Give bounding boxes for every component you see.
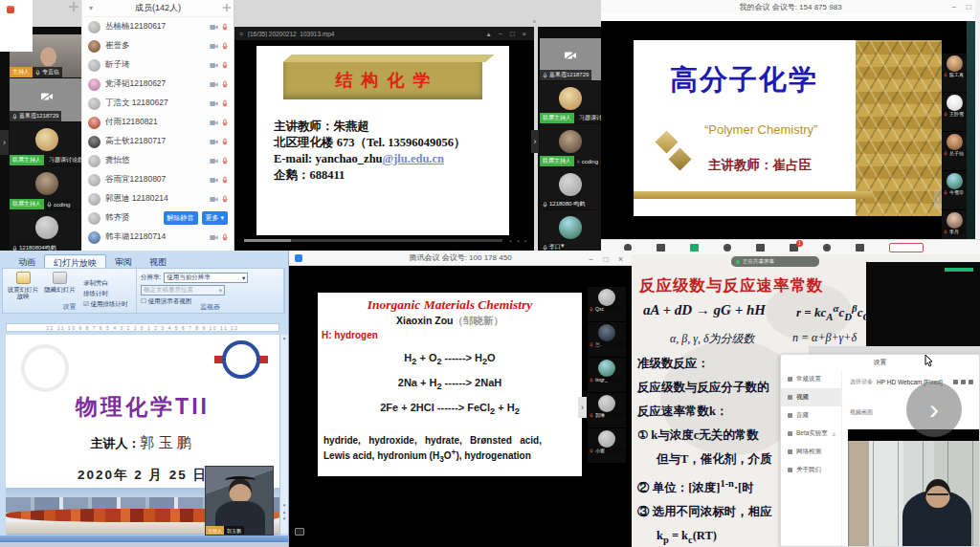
meeting-titlebar[interactable]: 腾讯会议 会议号: 100 178 450 xyxy=(289,251,632,266)
camera-off-icon[interactable] xyxy=(210,43,218,50)
screen-share-pill[interactable]: 正在共享屏幕 xyxy=(731,256,819,267)
mic-muted-icon[interactable] xyxy=(222,61,228,69)
expand-strip-arrow[interactable]: › xyxy=(578,397,587,418)
window-controls[interactable]: − □ × xyxy=(589,254,627,264)
expand-strip-arrow[interactable]: › xyxy=(934,189,942,208)
video-tile[interactable]: 嘉果霞1218729 xyxy=(10,78,84,121)
device-option-icons[interactable] xyxy=(953,380,973,384)
participant-tile[interactable]: 小窗 xyxy=(588,428,626,463)
participant-tile[interactable]: 今雪毕 xyxy=(942,171,967,209)
mic-muted-icon[interactable] xyxy=(222,176,228,184)
mic-muted-icon[interactable] xyxy=(222,42,228,50)
video-tile[interactable]: 12180804鸣鹤 xyxy=(10,210,84,253)
camera-off-icon[interactable] xyxy=(210,234,218,241)
participant-tile[interactable]: 郭琳 xyxy=(588,393,626,427)
camera-off-icon[interactable] xyxy=(210,24,218,31)
member-row[interactable]: 郭恩迪 12180214 解除静音 更多 ▾ xyxy=(82,189,234,208)
participant-tile[interactable]: tingr_ xyxy=(588,358,626,392)
member-row[interactable]: 崔誉多 解除静音 更多 ▾ xyxy=(82,36,234,55)
members-icon[interactable] xyxy=(756,244,765,252)
settings-sidebar-item[interactable]: 网络检测 xyxy=(781,443,841,461)
chat-icon[interactable]: 1 xyxy=(790,244,798,252)
share-indicator-icon[interactable] xyxy=(295,528,304,536)
rehearse-timings-item[interactable]: 排练计时 xyxy=(83,290,128,298)
video-tile[interactable]: 李口 xyxy=(540,210,601,252)
camera-off-icon[interactable] xyxy=(210,120,218,126)
mic-muted-icon[interactable] xyxy=(222,157,228,164)
camera-icon[interactable] xyxy=(657,244,665,252)
mic-muted-icon[interactable] xyxy=(222,233,228,241)
member-row[interactable]: 龚怡悠 解除静音 更多 ▾ xyxy=(82,151,234,170)
camera-off-icon[interactable] xyxy=(210,158,218,164)
video-tile[interactable]: 联席主持人 ccding xyxy=(10,166,84,209)
invite-icon[interactable] xyxy=(724,244,731,252)
settings-sidebar-item[interactable]: 音频 xyxy=(781,406,841,425)
more-button[interactable]: 更多 ▾ xyxy=(202,211,228,225)
end-meeting-button[interactable] xyxy=(889,243,924,252)
setup-slideshow-button[interactable]: 设置幻灯片放映 xyxy=(7,272,39,299)
participant-tile[interactable]: Qxc xyxy=(588,287,626,321)
window-controls[interactable]: ▴ − □ × xyxy=(487,30,529,38)
expand-strip-arrow[interactable]: › xyxy=(531,130,539,153)
member-row[interactable]: 谷雨宜12180807 解除静音 更多 ▾ xyxy=(82,170,234,189)
video-tile[interactable]: 嘉果霞1218729 xyxy=(540,38,601,80)
settings-sidebar-item[interactable]: Beta实验室 ① xyxy=(781,425,841,443)
scrollbar[interactable]: ▴ ▾ ▴ ▾ xyxy=(279,335,288,534)
member-row[interactable]: 韩丰璐12180714 解除静音 更多 ▾ xyxy=(82,228,234,247)
video-tile[interactable]: 联席主持人 习题课讨论群 xyxy=(540,81,601,123)
monitor-dropdown[interactable]: 确定文稿显示位置▾ xyxy=(141,285,225,295)
close-icon[interactable]: × xyxy=(532,17,537,26)
participant-tile[interactable]: 王卧雪 xyxy=(942,93,967,131)
settings-sidebar-item[interactable]: 关于我们 xyxy=(781,461,841,479)
settings-sidebar-item[interactable]: 常规设置 xyxy=(781,370,841,388)
player-titlebar[interactable]: ≡ [16/35] 20200212_103913.mp4 ▴ − □ × xyxy=(234,27,534,40)
meeting-titlebar[interactable]: 我的会议 会议号: 154 875 983 xyxy=(601,0,980,13)
camera-off-icon[interactable] xyxy=(210,62,218,69)
camera-off-icon[interactable] xyxy=(210,100,218,107)
mic-muted-icon[interactable] xyxy=(222,195,228,203)
camera-off-icon[interactable] xyxy=(210,177,218,184)
presenter-webcam[interactable]: 主持人 郭玉鹏 xyxy=(205,466,274,536)
expand-strip-arrow[interactable]: › xyxy=(0,130,9,155)
move-handle-icon[interactable] xyxy=(223,4,231,11)
settings-sidebar-item[interactable]: 视频 xyxy=(781,388,841,406)
hide-slide-button[interactable]: 隐藏幻灯片 xyxy=(43,272,76,293)
member-row[interactable]: 高士钦12180717 解除静音 更多 ▾ xyxy=(82,132,234,151)
video-tile[interactable]: 联席主持人 习题课讨论群 xyxy=(10,122,84,165)
resolution-dropdown[interactable]: 使用当前分辨率▾ xyxy=(164,273,248,283)
menu-icon[interactable]: ≡ xyxy=(239,31,243,37)
email-link[interactable]: @jlu.edu.cn xyxy=(383,152,444,165)
mic-muted-icon[interactable] xyxy=(222,99,228,107)
player-controls-dots[interactable]: • • • xyxy=(509,238,528,244)
window-controls[interactable]: − □ xyxy=(952,2,975,11)
share-screen-icon[interactable] xyxy=(690,244,699,252)
chevron-down-icon[interactable]: ▾ xyxy=(89,4,93,12)
member-row[interactable]: 丛楠楠12180617 解除静音 更多 ▾ xyxy=(82,17,234,36)
member-row[interactable]: 靳子琦 解除静音 更多 ▾ xyxy=(82,55,234,75)
participant-tile[interactable]: 陈工真 xyxy=(942,54,967,92)
mic-muted-icon[interactable] xyxy=(222,80,228,88)
member-row[interactable]: 丁浩文 12180627 解除静音 更多 ▾ xyxy=(82,94,234,113)
participant-tile[interactable]: 丛子仙 xyxy=(942,132,967,170)
mic-muted-icon[interactable] xyxy=(222,138,228,145)
camera-off-icon[interactable] xyxy=(210,81,218,88)
member-row[interactable]: 党泽韬12180627 解除静音 更多 ▾ xyxy=(82,75,234,94)
record-icon[interactable] xyxy=(823,244,831,252)
camera-device-row[interactable]: 选择设备 HP HD Webcam [Fixed] xyxy=(850,378,973,386)
member-row[interactable]: 付雨12180821 解除静音 更多 ▾ xyxy=(82,113,234,132)
player-progress-bar[interactable] xyxy=(244,239,502,242)
move-handle-icon[interactable] xyxy=(69,2,78,11)
collapse-strip-chevron[interactable]: ▾ xyxy=(561,242,565,250)
next-image-arrow[interactable]: › xyxy=(906,382,962,437)
unmute-button[interactable]: 解除静音 xyxy=(164,211,198,225)
participant-tile[interactable]: 兰. xyxy=(588,322,626,357)
settings-icon[interactable] xyxy=(856,244,864,252)
camera-off-icon[interactable] xyxy=(210,196,218,203)
record-narration-item[interactable]: 录制旁白 xyxy=(83,279,128,288)
mic-muted-icon[interactable] xyxy=(222,23,228,31)
video-tile[interactable]: 1218080·鸣鹤 xyxy=(540,167,601,209)
camera-off-icon[interactable] xyxy=(210,139,218,145)
video-tile[interactable]: 联席主持人 ccding xyxy=(540,124,601,166)
mic-muted-icon[interactable] xyxy=(222,119,228,126)
member-row[interactable]: 韩齐贤 解除静音 更多 ▾ xyxy=(82,208,234,228)
